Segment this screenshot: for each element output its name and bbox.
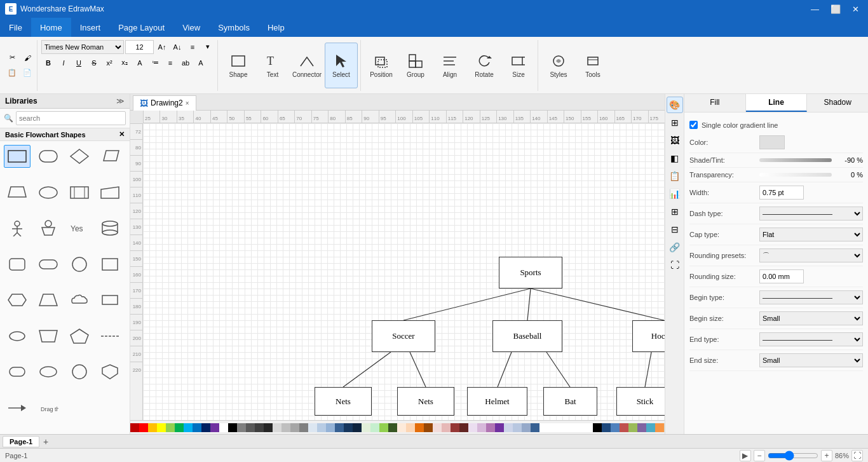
color-swatch[interactable]: [611, 423, 620, 432]
tab-fill[interactable]: Fill: [684, 94, 746, 112]
connector-tool-button[interactable]: Connector: [290, 43, 323, 88]
color-swatch[interactable]: [335, 423, 344, 432]
node-sports[interactable]: Sports: [499, 257, 562, 289]
end-type-select[interactable]: ——————————: [759, 332, 863, 346]
shape-yes-no[interactable]: Yes: [66, 217, 93, 240]
group-button[interactable]: Group: [399, 43, 432, 88]
expand-icon[interactable]: ⛶: [667, 257, 683, 273]
fit-button[interactable]: ⛶: [851, 450, 863, 461]
highlight-button[interactable]: A: [194, 56, 208, 70]
rounding-presets-select[interactable]: ⌒: [759, 248, 863, 262]
drawing2-tab[interactable]: 🖼 Drawing2 ×: [133, 95, 196, 111]
subscript-button[interactable]: x₂: [118, 56, 132, 70]
chart-icon[interactable]: 📊: [667, 186, 683, 202]
color-swatch[interactable]: [166, 423, 175, 432]
color-swatch[interactable]: [255, 423, 264, 432]
select-tool-button[interactable]: Select: [325, 43, 358, 88]
color-swatch[interactable]: [157, 423, 166, 432]
title-bar-controls[interactable]: — ⬜ ✕: [807, 3, 863, 15]
node-baseball[interactable]: Baseball: [492, 320, 562, 352]
color-swatch[interactable]: [557, 423, 566, 432]
close-button[interactable]: ✕: [848, 3, 863, 15]
color-swatch[interactable]: [451, 423, 459, 432]
shape-person[interactable]: [4, 217, 31, 240]
color-swatch[interactable]: [424, 423, 433, 432]
menu-page-layout[interactable]: Page Layout: [109, 18, 173, 37]
position-button[interactable]: Position: [365, 43, 398, 88]
shape-cylinder[interactable]: [97, 217, 123, 240]
shape-oval[interactable]: [4, 325, 31, 348]
color-swatch[interactable]: [193, 423, 201, 432]
color-swatch[interactable]: [353, 423, 362, 432]
shape-trapezoid[interactable]: [4, 181, 31, 204]
color-swatch[interactable]: [219, 423, 228, 432]
color-swatch[interactable]: [406, 423, 415, 432]
color-swatch[interactable]: [495, 423, 504, 432]
node-stick[interactable]: Stick: [616, 387, 665, 416]
color-swatch[interactable]: [139, 423, 148, 432]
copy-button[interactable]: 📄: [20, 66, 34, 80]
begin-size-select[interactable]: Small: [759, 311, 863, 325]
begin-type-select[interactable]: ——————————: [759, 290, 863, 304]
dash-type-select[interactable]: ——————————: [759, 207, 863, 221]
canvas-container[interactable]: Sports Soccer Baseball Hockey Nets Nets …: [143, 123, 665, 420]
shape-rounded-box[interactable]: [4, 253, 31, 276]
shape-io-box[interactable]: [66, 181, 93, 204]
color-swatch[interactable]: [539, 423, 548, 432]
color-swatch[interactable]: [175, 423, 184, 432]
transparency-slider[interactable]: [759, 173, 832, 177]
color-swatch[interactable]: [477, 423, 486, 432]
shape-rounded-rect[interactable]: [35, 145, 62, 168]
shape-line[interactable]: [97, 325, 123, 348]
text-more-button[interactable]: ▾: [201, 40, 215, 54]
shape-circle2[interactable]: [66, 360, 93, 383]
section-close[interactable]: ✕: [119, 130, 125, 139]
node-helmet[interactable]: Helmet: [467, 387, 527, 416]
text-align-button[interactable]: ≡: [186, 40, 200, 54]
shape-stadium[interactable]: [4, 360, 31, 383]
shapes-section-header[interactable]: Basic Flowchart Shapes ✕: [0, 128, 130, 141]
font-color-button[interactable]: A: [133, 56, 147, 70]
shape-tool-button[interactable]: Shape: [222, 43, 255, 88]
shape-circle[interactable]: [66, 253, 93, 276]
layers-icon[interactable]: ◧: [667, 150, 683, 166]
color-swatch[interactable]: [228, 423, 237, 432]
shape-arrow-right[interactable]: [4, 397, 31, 419]
bullet-button[interactable]: ≡: [163, 56, 177, 70]
color-swatch[interactable]: [370, 423, 379, 432]
cap-type-select[interactable]: Flat: [759, 228, 863, 241]
styles-button[interactable]: Styles: [542, 43, 575, 88]
underline-button[interactable]: U: [72, 56, 86, 70]
font-size-input[interactable]: [125, 40, 154, 54]
color-swatch[interactable]: [513, 423, 522, 432]
color-swatch[interactable]: [237, 423, 246, 432]
color-swatch[interactable]: [646, 423, 655, 432]
bold-button[interactable]: B: [41, 56, 55, 70]
shape-manual-input[interactable]: [97, 181, 123, 204]
color-swatch[interactable]: [504, 423, 513, 432]
node-soccer[interactable]: Soccer: [372, 320, 435, 352]
shape-trapezoid2[interactable]: [35, 289, 62, 311]
shape-pill[interactable]: [35, 360, 62, 383]
color-swatch[interactable]: [442, 423, 451, 432]
color-swatch[interactable]: [264, 423, 273, 432]
tools-button[interactable]: Tools: [576, 43, 609, 88]
properties-icon[interactable]: 📋: [667, 168, 683, 184]
rounding-size-input[interactable]: [759, 269, 804, 283]
maximize-button[interactable]: ⬜: [827, 3, 844, 15]
text-case-button[interactable]: ab: [179, 56, 193, 70]
image-icon[interactable]: 🖼: [667, 132, 683, 149]
tab-line[interactable]: Line: [746, 94, 808, 112]
font-size-increase[interactable]: A↑: [155, 40, 169, 54]
color-picker[interactable]: [759, 135, 785, 149]
search-input[interactable]: [16, 111, 126, 125]
shape-shield[interactable]: [97, 360, 123, 383]
shape-parallelogram[interactable]: [97, 145, 123, 168]
menu-symbols[interactable]: Symbols: [209, 18, 259, 37]
color-swatch[interactable]: [628, 423, 637, 432]
play-button[interactable]: ▶: [740, 450, 751, 461]
tab-shadow[interactable]: Shadow: [807, 94, 868, 112]
color-swatch[interactable]: [433, 423, 442, 432]
color-swatch[interactable]: [459, 423, 468, 432]
shape-pentagon[interactable]: [66, 325, 93, 348]
